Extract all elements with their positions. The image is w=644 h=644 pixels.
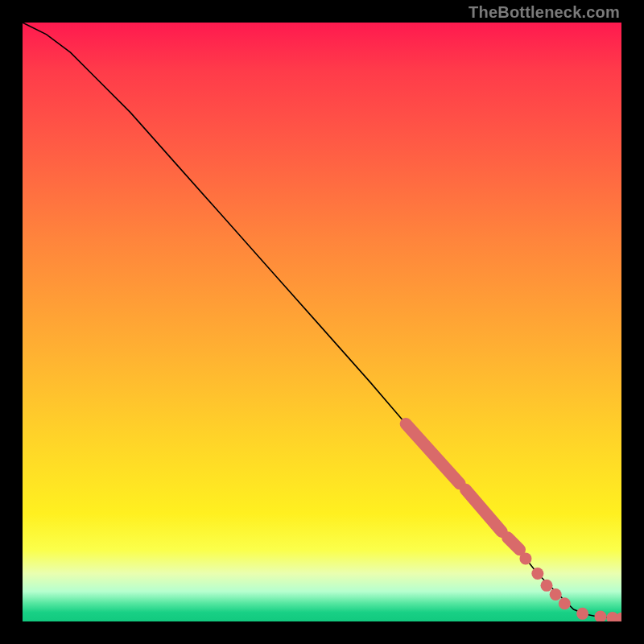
marker-segment [466,489,502,531]
plot-svg [23,23,621,621]
chart-area [23,23,621,621]
marker-dot [594,611,606,621]
marker-segments [406,423,519,549]
marker-dot [576,608,588,620]
marker-dot [541,580,553,592]
marker-dot [531,568,543,580]
marker-segment [508,538,520,550]
marker-dots [519,552,621,621]
marker-dot [519,552,531,564]
marker-segment [406,423,460,483]
marker-dot [550,588,562,601]
watermark-text: TheBottleneck.com [469,3,620,22]
bottleneck-curve [23,23,621,618]
marker-dot [559,597,571,609]
